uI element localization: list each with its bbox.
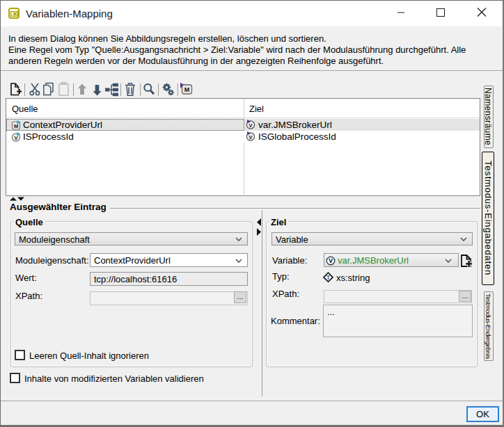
svg-text:V: V xyxy=(329,257,333,264)
svg-text:V: V xyxy=(249,134,252,140)
svg-text:M: M xyxy=(184,86,190,93)
svg-text:T: T xyxy=(326,274,331,281)
svg-text:V: V xyxy=(249,122,252,129)
